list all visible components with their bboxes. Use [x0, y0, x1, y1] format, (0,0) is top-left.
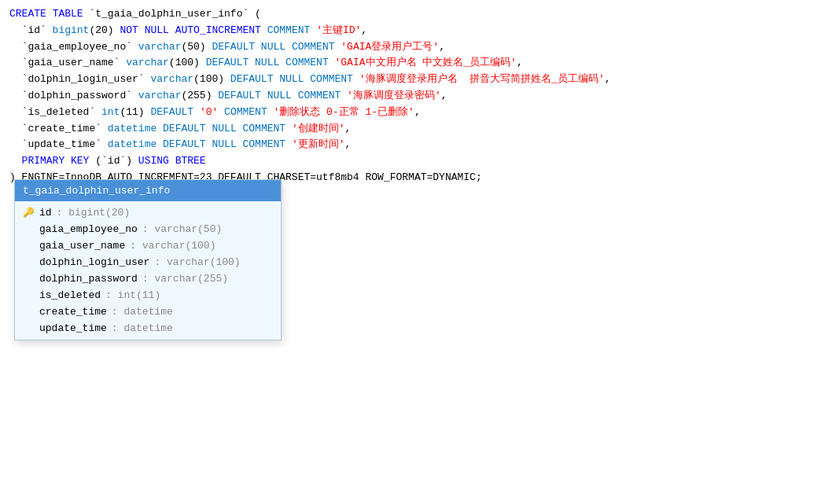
- autocomplete-header: t_gaia_dolphin_user_info: [15, 180, 281, 201]
- key-icon: 🔑: [23, 207, 35, 219]
- field-name: id: [39, 207, 52, 219]
- autocomplete-item[interactable]: 📄gaia_employee_no: varchar(50): [15, 221, 281, 237]
- field-type: : datetime: [112, 322, 173, 334]
- field-name: update_time: [39, 322, 107, 334]
- field-type: : varchar(255): [142, 273, 228, 285]
- autocomplete-list: 🔑id: bigint(20)📄gaia_employee_no: varcha…: [15, 201, 281, 340]
- field-type: : int(11): [105, 289, 160, 301]
- field-name: create_time: [39, 306, 107, 318]
- field-type: : varchar(100): [154, 256, 240, 268]
- autocomplete-item[interactable]: 🔑id: bigint(20): [15, 204, 281, 221]
- field-type: : bigint(20): [57, 207, 131, 219]
- field-type: : varchar(100): [130, 240, 215, 252]
- autocomplete-item[interactable]: 📄dolphin_login_user: varchar(100): [15, 254, 281, 270]
- field-type: : datetime: [112, 306, 173, 318]
- field-type: : varchar(50): [142, 223, 222, 235]
- autocomplete-item[interactable]: 📄is_deleted: int(11): [15, 287, 281, 304]
- field-name: is_deleted: [39, 289, 101, 301]
- autocomplete-item[interactable]: 📄update_time: datetime: [15, 320, 281, 337]
- field-name: dolphin_password: [39, 273, 138, 285]
- autocomplete-item[interactable]: 📄dolphin_password: varchar(255): [15, 270, 281, 287]
- field-name: gaia_employee_no: [39, 223, 138, 235]
- field-name: gaia_user_name: [39, 240, 125, 252]
- code-editor[interactable]: CREATE TABLE `t_gaia_dolphin_user_info` …: [0, 0, 814, 193]
- autocomplete-item[interactable]: 📄create_time: datetime: [15, 304, 281, 320]
- autocomplete-item[interactable]: 📄gaia_user_name: varchar(100): [15, 237, 281, 254]
- field-name: dolphin_login_user: [39, 256, 149, 268]
- autocomplete-dropdown: t_gaia_dolphin_user_info 🔑id: bigint(20)…: [14, 179, 282, 340]
